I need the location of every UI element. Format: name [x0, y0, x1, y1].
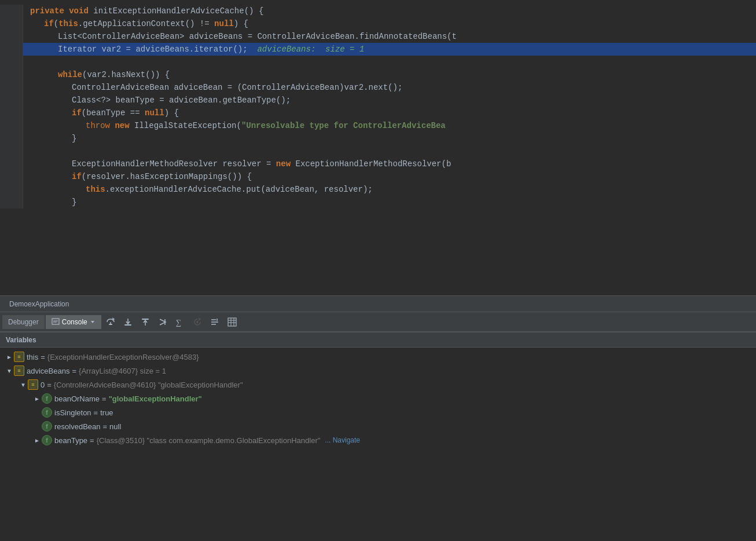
tab-console[interactable]: Console	[46, 315, 101, 329]
token-plain: ExceptionHandlerMethodResolver(b	[291, 159, 451, 169]
console-icon	[52, 318, 60, 326]
token-plain: Iterator var2 = adviceBeans.iterator();	[58, 45, 248, 54]
variables-title: Variables	[6, 336, 36, 344]
variable-row[interactable]: ≡this={ExceptionHandlerExceptionResolver…	[0, 350, 756, 364]
variable-equals: =	[103, 422, 108, 431]
svg-text:∑: ∑	[176, 318, 181, 327]
code-line: throw new IllegalStateException("Unresol…	[0, 119, 756, 132]
line-gutter	[0, 183, 23, 196]
code-content: }	[23, 196, 756, 209]
code-content: while(var2.hasNext()) {	[23, 68, 756, 81]
code-line: List<ControllerAdviceBean> adviceBeans =…	[0, 30, 756, 43]
evaluate-button[interactable]: ∑	[172, 315, 188, 330]
stack-icon: ≡	[14, 352, 24, 362]
table-view-button[interactable]	[224, 315, 240, 330]
field-icon: f	[42, 393, 52, 404]
line-gutter	[0, 5, 23, 17]
field-icon: f	[42, 421, 52, 432]
code-content: ControllerAdviceBean adviceBean = (Contr…	[23, 81, 756, 94]
line-gutter	[0, 81, 23, 94]
svg-marker-3	[91, 321, 94, 323]
token-plain: (resolver.hasExceptionMappings()) {	[82, 172, 252, 181]
variable-equals: =	[102, 394, 107, 403]
token-plain: (beanType ==	[82, 108, 145, 118]
variables-panel[interactable]: ≡this={ExceptionHandlerExceptionResolver…	[0, 348, 756, 449]
line-gutter	[0, 107, 23, 119]
line-gutter	[0, 68, 23, 81]
code-line: }	[0, 132, 756, 145]
tab-debugger[interactable]: Debugger	[2, 315, 45, 329]
code-content: Class<?> beanType = adviceBean.getBeanTy…	[23, 94, 756, 107]
reset-button[interactable]	[189, 315, 205, 330]
token-plain: List<ControllerAdviceBean> adviceBeans =…	[58, 32, 457, 41]
code-content: ExceptionHandlerMethodResolver resolver …	[23, 158, 756, 170]
code-content	[23, 56, 756, 68]
token-plain: (	[54, 19, 58, 28]
token-plain: (var2.hasNext()) {	[82, 70, 170, 79]
debugger-toolbar: Debugger Console	[0, 312, 756, 331]
code-line: Class<?> beanType = adviceBean.getBeanTy…	[0, 94, 756, 107]
variable-row[interactable]: ≡0={ControllerAdviceBean@4610} "globalEx…	[0, 378, 756, 392]
step-over-button[interactable]	[102, 315, 119, 330]
code-content: throw new IllegalStateException("Unresol…	[23, 119, 756, 132]
line-gutter	[0, 94, 23, 107]
run-to-cursor-button[interactable]	[155, 315, 171, 330]
variable-row[interactable]: fresolvedBean=null	[0, 419, 756, 433]
line-gutter	[0, 132, 23, 145]
expand-arrow[interactable]	[19, 380, 28, 389]
code-line: if(resolver.hasExceptionMappings()) {	[0, 170, 756, 183]
app-name: DemoexApplication	[5, 299, 74, 309]
svg-rect-4	[109, 324, 112, 325]
line-gutter	[0, 170, 23, 183]
token-plain: ) {	[164, 108, 179, 118]
variable-name: beanType	[54, 436, 87, 445]
line-gutter	[0, 56, 23, 68]
variable-row[interactable]: ≡adviceBeans={ArrayList@4607} size = 1	[0, 364, 756, 378]
navigate-link[interactable]: ... Navigate	[325, 436, 360, 444]
token-kw: if	[72, 108, 82, 118]
variable-value: {ControllerAdviceBean@4610} "globalExcep…	[54, 381, 243, 389]
code-line: ExceptionHandlerMethodResolver resolver …	[0, 158, 756, 170]
expand-arrow[interactable]	[32, 436, 42, 445]
code-content: Iterator var2 = adviceBeans.iterator(); …	[23, 43, 756, 56]
line-gutter	[0, 196, 23, 209]
cursor-line-button[interactable]	[207, 315, 223, 330]
code-line	[0, 56, 756, 68]
expand-arrow[interactable]	[5, 366, 14, 375]
code-content: }	[23, 132, 756, 145]
variable-name: isSingleton	[54, 408, 91, 417]
step-into-button[interactable]	[120, 315, 136, 330]
token-kw: this	[58, 19, 78, 28]
field-icon: f	[42, 407, 52, 418]
svg-rect-0	[52, 319, 59, 324]
code-line: if(beanType == null) {	[0, 107, 756, 119]
variables-header: Variables	[0, 332, 756, 347]
token-plain: initExceptionHandlerAdviceCache() {	[89, 6, 263, 16]
variable-row[interactable]: fbeanOrName="globalExceptionHandler"	[0, 392, 756, 405]
variable-value: true	[100, 408, 113, 417]
evaluate-icon: ∑	[175, 317, 185, 327]
expand-arrow[interactable]	[5, 352, 14, 361]
expand-arrow[interactable]	[32, 394, 42, 403]
token-plain: }	[72, 134, 76, 143]
code-content: List<ControllerAdviceBean> adviceBeans =…	[23, 30, 756, 43]
variable-row[interactable]: fbeanType={Class@3510} "class com.exampl…	[0, 433, 756, 447]
token-kw: while	[58, 70, 82, 79]
variable-equals: =	[90, 436, 94, 445]
token-kw: new	[276, 159, 291, 169]
svg-rect-18	[228, 318, 236, 326]
tab-console-label: Console	[62, 318, 87, 326]
step-out-button[interactable]	[137, 315, 153, 330]
code-line	[0, 145, 756, 158]
code-line: ControllerAdviceBean adviceBean = (Contr…	[0, 81, 756, 94]
stack-icon: ≡	[14, 365, 24, 376]
token-plain: Class<?> beanType = adviceBean.getBeanTy…	[72, 96, 291, 105]
step-over-icon	[106, 317, 115, 327]
token-plain: ExceptionHandlerMethodResolver resolver …	[72, 159, 276, 169]
code-area: private void initExceptionHandlerAdviceC…	[0, 0, 756, 295]
variable-row[interactable]: fisSingleton=true	[0, 405, 756, 419]
step-out-icon	[141, 317, 150, 327]
variable-name: resolvedBean	[54, 422, 101, 431]
code-line: Iterator var2 = adviceBeans.iterator(); …	[0, 43, 756, 56]
cursor-line-icon	[210, 317, 219, 327]
